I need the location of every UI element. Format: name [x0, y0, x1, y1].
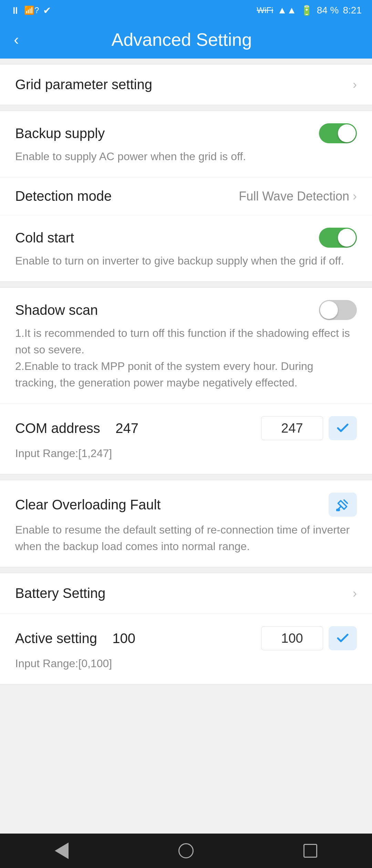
- active-setting-block: Active setting 100 Input Range:[0,100]: [0, 614, 372, 684]
- shadow-scan-desc: 1.It is recommended to turn off this fun…: [15, 325, 357, 391]
- active-setting-confirm-button[interactable]: [329, 626, 357, 650]
- page-title: Advanced Setting: [33, 29, 331, 50]
- battery-setting-chevron: ›: [353, 586, 357, 601]
- active-setting-input-group: [261, 626, 357, 650]
- nav-recent-button[interactable]: [303, 844, 317, 858]
- nav-bar: [0, 834, 372, 868]
- com-address-input[interactable]: [261, 416, 323, 440]
- checkmark-icon: [335, 631, 350, 645]
- active-setting-range: Input Range:[0,100]: [15, 655, 357, 672]
- battery-percent: 84 %: [317, 5, 339, 16]
- clear-fault-card: Clear Overloading Fault Enable to resume…: [0, 480, 372, 567]
- battery-card: Battery Setting › Active setting 100: [0, 573, 372, 684]
- brush-icon: [335, 497, 351, 513]
- backup-supply-block: Backup supply Enable to supply AC power …: [0, 111, 372, 177]
- wifi-off-icon: WiFi: [257, 6, 273, 15]
- cold-start-label: Cold start: [15, 230, 74, 246]
- cold-start-knob: [338, 229, 356, 247]
- backup-supply-desc: Enable to supply AC power when the grid …: [15, 148, 357, 165]
- shadow-scan-block: Shadow scan 1.It is recommended to turn …: [0, 288, 372, 404]
- checkmark-icon: [335, 421, 350, 435]
- pause-icon: ⏸: [10, 5, 20, 16]
- home-circle-icon: [178, 843, 194, 858]
- cold-start-toggle[interactable]: [319, 228, 357, 248]
- status-left-icons: ⏸ 📶? ✔: [10, 5, 51, 16]
- com-address-range: Input Range:[1,247]: [15, 445, 357, 462]
- grid-parameter-card: Grid parameter setting ›: [0, 64, 372, 105]
- cold-start-block: Cold start Enable to turn on inverter to…: [0, 215, 372, 281]
- com-address-confirm-button[interactable]: [329, 416, 357, 440]
- com-address-label: COM address 247: [15, 421, 138, 436]
- battery-setting-label: Battery Setting: [15, 586, 105, 601]
- battery-setting-row[interactable]: Battery Setting ›: [0, 573, 372, 614]
- svg-rect-0: [337, 509, 340, 510]
- clock: 8:21: [343, 5, 362, 16]
- detection-mode-label: Detection mode: [15, 188, 112, 204]
- clear-fault-label: Clear Overloading Fault: [15, 497, 161, 513]
- battery-icon: 🔋: [301, 5, 313, 16]
- backup-card: Backup supply Enable to supply AC power …: [0, 111, 372, 282]
- clear-fault-button[interactable]: [329, 493, 357, 517]
- com-address-block: COM address 247 Input Range:[1,247]: [0, 404, 372, 474]
- backup-supply-knob: [338, 124, 356, 142]
- nav-home-button[interactable]: [178, 843, 194, 858]
- shadow-scan-top: Shadow scan: [15, 300, 357, 320]
- status-right-icons: WiFi ▲▲ 🔋 84 % 8:21: [257, 5, 362, 16]
- download-icon: ✔: [43, 5, 51, 16]
- shadow-scan-knob: [320, 301, 338, 319]
- cold-start-desc: Enable to turn on inverter to give backu…: [15, 252, 357, 269]
- detection-mode-row[interactable]: Detection mode Full Wave Detection ›: [0, 177, 372, 215]
- cold-start-top: Cold start: [15, 228, 357, 248]
- com-address-input-group: [261, 416, 357, 440]
- shadow-card: Shadow scan 1.It is recommended to turn …: [0, 287, 372, 474]
- detection-mode-value: Full Wave Detection ›: [239, 189, 357, 204]
- clear-fault-block: Clear Overloading Fault Enable to resume…: [0, 480, 372, 567]
- shadow-scan-toggle[interactable]: [319, 300, 357, 320]
- active-setting-label: Active setting 100: [15, 631, 135, 646]
- status-bar: ⏸ 📶? ✔ WiFi ▲▲ 🔋 84 % 8:21: [0, 0, 372, 21]
- grid-parameter-label: Grid parameter setting: [15, 77, 152, 92]
- clear-fault-desc: Enable to resume the default setting of …: [15, 521, 357, 555]
- nav-back-button[interactable]: [55, 843, 69, 859]
- recent-square-icon: [303, 844, 317, 858]
- grid-parameter-chevron: ›: [353, 78, 357, 92]
- spacer: [0, 690, 372, 834]
- backup-supply-top: Backup supply: [15, 123, 357, 143]
- active-setting-top: Active setting 100: [15, 626, 357, 650]
- shadow-scan-label: Shadow scan: [15, 302, 98, 318]
- active-setting-input[interactable]: [261, 626, 323, 650]
- clear-fault-top: Clear Overloading Fault: [15, 493, 357, 517]
- backup-supply-label: Backup supply: [15, 126, 105, 141]
- back-triangle-icon: [55, 843, 69, 859]
- backup-supply-toggle[interactable]: [319, 123, 357, 143]
- back-button[interactable]: ‹: [14, 32, 19, 47]
- detection-mode-chevron: ›: [353, 189, 357, 204]
- content-area: Grid parameter setting › Backup supply E…: [0, 59, 372, 834]
- header: ‹ Advanced Setting: [0, 21, 372, 59]
- grid-parameter-row[interactable]: Grid parameter setting ›: [0, 64, 372, 105]
- com-address-top: COM address 247: [15, 416, 357, 440]
- wifi-icon: 📶?: [24, 6, 39, 15]
- signal-icon: ▲▲: [277, 5, 296, 16]
